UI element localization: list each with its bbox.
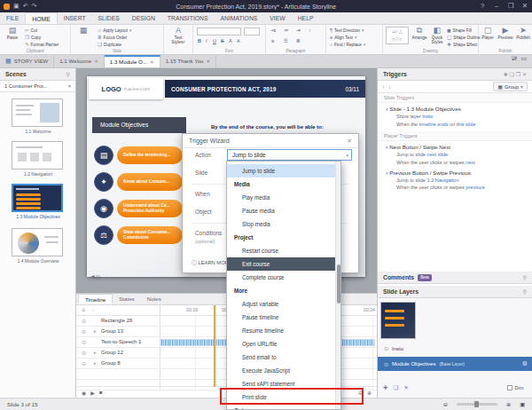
text-styles-button[interactable]: AText Styles▾ <box>168 26 189 44</box>
audio-speaker-icon[interactable]: ◄))) <box>90 273 100 280</box>
mobile-view-icon[interactable]: ▭ <box>520 55 527 67</box>
trigger-item-next[interactable]: ▾ Next Button / Swipe Next Jump to slide… <box>378 141 532 166</box>
new-layer-icon[interactable]: ✚ <box>383 384 387 391</box>
layer-row-instu[interactable]: ⊙ Instu <box>378 343 532 354</box>
menu-item-complete-course[interactable]: Complete course <box>227 271 335 284</box>
expand-icon[interactable]: ▸ <box>94 360 97 366</box>
tab-slide-1-1[interactable]: 1.1 Welcome✕ <box>54 55 105 67</box>
pin-icon[interactable]: ⚲ <box>523 272 527 284</box>
tab-notes[interactable]: Notes <box>141 294 168 304</box>
cut-button[interactable]: ✂Cut <box>25 27 37 34</box>
timeline-zoom-in-icon[interactable]: ⊕ <box>367 390 372 396</box>
publish-button[interactable]: ➤Publish <box>514 26 532 40</box>
highlight-color-button[interactable]: A <box>237 38 240 43</box>
slide-link[interactable]: next slide <box>427 152 449 157</box>
logo-placeholder[interactable]: LOGO PLACEHOLDER <box>89 78 163 99</box>
new-slide-button[interactable]: ▦ <box>73 26 94 35</box>
quick-styles-button[interactable]: ◧Quick Styles <box>428 26 446 44</box>
dim-toggle[interactable]: Dim <box>507 385 523 390</box>
tab-animations[interactable]: ANIMATIONS <box>215 12 264 24</box>
bold-button[interactable]: B <box>198 38 201 43</box>
when-link[interactable]: previous <box>466 185 484 190</box>
numbering-icon[interactable]: ≔ <box>284 28 289 33</box>
menu-item-play-media[interactable]: Play media <box>227 191 335 204</box>
desktop-view-icon[interactable]: 🖳︎ <box>511 55 517 67</box>
format-painter-button[interactable]: ✎Format Painter <box>25 41 59 48</box>
gear-icon[interactable]: ⚙ <box>522 360 528 367</box>
zoom-out-icon[interactable]: ⊖ <box>443 401 448 407</box>
tab-view[interactable]: VIEW <box>263 12 291 24</box>
text-color-button[interactable]: A <box>229 38 232 43</box>
expand-icon[interactable]: ▸ <box>94 328 97 334</box>
layer-link[interactable]: Instu <box>422 114 433 119</box>
comments-header[interactable]: CommentsBeta ⚲ <box>378 272 532 284</box>
layer-row-base[interactable]: ⊙ Module Objectives (Base Layer) ⚙ <box>378 357 532 371</box>
close-button[interactable]: ✕ <box>518 0 532 12</box>
slide-thumbnail-module-objectives[interactable]: 1.3 Module Objectives <box>12 184 65 219</box>
help-button[interactable]: ? <box>475 0 489 12</box>
record-icon[interactable]: ◉ <box>82 390 86 396</box>
slide-header-bar[interactable]: CONSUMER PROTECTION ACT, 2019 03/11 <box>165 80 365 98</box>
align-text-button[interactable]: ≡Align Text▾ <box>330 34 356 41</box>
slide-link[interactable]: 1.2 Navigation <box>427 177 459 183</box>
menu-item-restart-course[interactable]: Restart course <box>227 244 335 257</box>
paste-trigger-icon[interactable]: ❐ <box>516 72 520 77</box>
eye-icon[interactable]: ⊙ <box>384 361 388 367</box>
tab-slide-1-15[interactable]: 1.15 Thank You✕ <box>160 55 217 67</box>
tab-states[interactable]: States <box>113 294 141 304</box>
dropdown-scrollbar[interactable] <box>335 162 340 409</box>
dialog-close-icon[interactable]: ✕ <box>347 138 352 145</box>
module-objectives-title[interactable]: Module Objectives <box>92 117 186 133</box>
menu-item-open-url-file[interactable]: Open URL/file <box>227 337 335 351</box>
shape-outline-button[interactable]: ▢Shape Outline <box>447 34 481 41</box>
close-tab-icon[interactable]: ✕ <box>207 55 211 67</box>
menu-item-exit-course[interactable]: Exit course <box>227 257 335 271</box>
move-up-icon[interactable]: ↑ <box>382 84 385 90</box>
when-link[interactable]: next <box>466 160 475 165</box>
minimize-button[interactable]: – <box>489 0 504 12</box>
focus-order-button[interactable]: ≣Focus Order <box>98 34 127 41</box>
menu-item-pause-media[interactable]: Pause media <box>227 204 335 217</box>
find-replace-button[interactable]: ⌕Find / Replace▾ <box>330 41 365 48</box>
shape-fill-button[interactable]: ◼Shape Fill <box>447 27 472 34</box>
close-tab-icon[interactable]: ✕ <box>150 56 154 68</box>
align-center-icon[interactable]: ☰ <box>284 38 288 43</box>
menu-item-execute-javascript[interactable]: Execute JavaScript <box>227 364 335 377</box>
tab-insert[interactable]: INSERT <box>58 12 92 24</box>
eye-icon[interactable]: ⊙ <box>82 328 86 335</box>
zoom-in-icon[interactable]: ⊕ <box>506 401 511 407</box>
italic-button[interactable]: I <box>206 38 207 43</box>
strikethrough-button[interactable]: S <box>221 38 224 43</box>
save-icon[interactable]: ▣ <box>13 0 20 12</box>
eye-icon[interactable]: ⊙ <box>384 345 388 351</box>
tab-timeline[interactable]: Timeline <box>78 294 113 304</box>
preview-button[interactable]: ▶Preview <box>497 26 514 40</box>
eye-icon[interactable]: ⊙ <box>82 318 86 324</box>
copy-trigger-icon[interactable]: ❏ <box>509 72 513 77</box>
shape-effect-button[interactable]: ❖Shape Effect <box>447 41 477 48</box>
font-name-select[interactable] <box>197 28 241 35</box>
align-right-icon[interactable]: ≣ <box>296 38 301 43</box>
timeline-playhead[interactable] <box>214 305 215 387</box>
slide-thumbnail-welcome[interactable]: 1.1 Welcome <box>12 99 65 134</box>
new-trigger-icon[interactable]: ✚ <box>503 72 507 77</box>
group-button[interactable]: ▦Group▾ <box>493 82 528 91</box>
slide-layers-header[interactable]: Slide Layers ⚲ <box>378 286 532 298</box>
paste-button[interactable]: ▤Paste <box>2 26 23 40</box>
copy-button[interactable]: ❐Copy <box>25 34 41 41</box>
move-down-icon[interactable]: ↓ <box>388 84 391 90</box>
menu-item-stop-media[interactable]: Stop media <box>227 217 335 231</box>
maximize-button[interactable]: ❐ <box>504 0 518 12</box>
eye-icon[interactable]: ⊙ <box>82 350 86 356</box>
tab-story-view[interactable]: ▦STORY VIEW <box>0 55 54 67</box>
tab-transitions[interactable]: TRANSITIONS <box>161 12 215 24</box>
tab-design[interactable]: DESIGN <box>126 12 161 24</box>
spacing-icon[interactable]: ↕ <box>309 28 311 33</box>
align-left-icon[interactable]: ≡ <box>271 38 274 43</box>
arrange-button[interactable]: ⧉Arrange <box>411 26 428 40</box>
slide-intro-text[interactable]: By the end of the course, you will be ab… <box>211 124 364 130</box>
bullets-icon[interactable]: •≡ <box>271 28 276 33</box>
close-tab-icon[interactable]: ✕ <box>94 55 98 67</box>
pin-icon[interactable]: ⚲ <box>523 286 527 298</box>
menu-item-pause-timeline[interactable]: Pause timeline <box>227 311 335 324</box>
